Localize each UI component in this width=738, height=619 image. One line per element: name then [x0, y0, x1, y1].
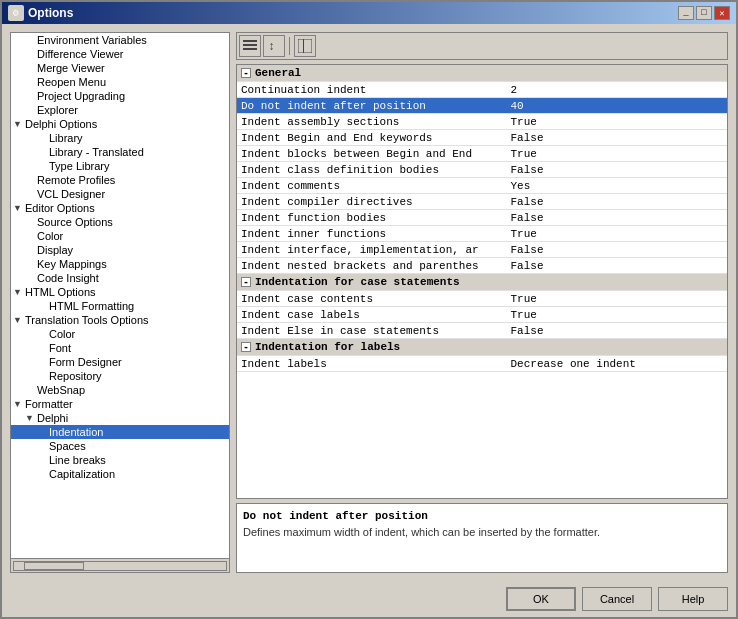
svg-rect-0	[243, 40, 257, 42]
grid-row[interactable]: Indent labels Decrease one indent	[237, 356, 727, 372]
grid-row[interactable]: Indent comments Yes	[237, 178, 727, 194]
property-name: Indent interface, implementation, ar	[237, 242, 507, 258]
tree-item-tt-color[interactable]: Color	[11, 327, 229, 341]
horizontal-scrollbar[interactable]	[11, 558, 229, 572]
tree-item-library-translated[interactable]: Library - Translated	[11, 145, 229, 159]
grid-row[interactable]: Indent Begin and End keywords False	[237, 130, 727, 146]
grid-row[interactable]: Continuation indent 2	[237, 82, 727, 98]
tree-item-indentation[interactable]: Indentation	[11, 425, 229, 439]
property-value: True	[507, 291, 728, 307]
tree-item-library[interactable]: Library	[11, 131, 229, 145]
tree-label: Environment Variables	[37, 34, 227, 46]
tree-expander[interactable]: ▼	[13, 315, 25, 325]
grid-row[interactable]: Indent Else in case statements False	[237, 323, 727, 339]
tree-item-html-formatting[interactable]: HTML Formatting	[11, 299, 229, 313]
tree-label: Difference Viewer	[37, 48, 227, 60]
grid-row[interactable]: Indent case labels True	[237, 307, 727, 323]
tree-label: Color	[49, 328, 227, 340]
tree-item-merge-viewer[interactable]: Merge Viewer	[11, 61, 229, 75]
tree-item-type-library[interactable]: Type Library	[11, 159, 229, 173]
tree-label: Form Designer	[49, 356, 227, 368]
toolbar-btn-list[interactable]	[239, 35, 261, 57]
columns-icon	[298, 39, 312, 53]
property-grid[interactable]: -General Continuation indent 2 Do not in…	[236, 64, 728, 499]
tree-item-delphi-options[interactable]: ▼ Delphi Options	[11, 117, 229, 131]
tree-label: Translation Tools Options	[25, 314, 227, 326]
section-header-cell[interactable]: -Indentation for labels	[237, 339, 727, 356]
grid-row[interactable]: Indent nested brackets and parenthes Fal…	[237, 258, 727, 274]
tree-item-translation-tools[interactable]: ▼ Translation Tools Options	[11, 313, 229, 327]
section-header-general: -General	[237, 65, 727, 82]
help-button[interactable]: Help	[658, 587, 728, 611]
tree-item-websnap[interactable]: WebSnap	[11, 383, 229, 397]
description-title: Do not indent after position	[243, 510, 721, 522]
collapse-icon[interactable]: -	[241, 277, 251, 287]
tree-label: Line breaks	[49, 454, 227, 466]
cancel-button[interactable]: Cancel	[582, 587, 652, 611]
tree-item-repository[interactable]: Repository	[11, 369, 229, 383]
grid-row[interactable]: Indent interface, implementation, ar Fal…	[237, 242, 727, 258]
tree-item-capitalization[interactable]: Capitalization	[11, 467, 229, 481]
tree-expander[interactable]: ▼	[13, 287, 25, 297]
tree-label: Formatter	[25, 398, 227, 410]
section-header-cell[interactable]: -General	[237, 65, 727, 82]
grid-row[interactable]: Indent inner functions True	[237, 226, 727, 242]
tree-item-delphi[interactable]: ▼ Delphi	[11, 411, 229, 425]
tree-expander[interactable]: ▼	[25, 413, 37, 423]
tree-item-vcl-designer[interactable]: VCL Designer	[11, 187, 229, 201]
tree-item-color[interactable]: Color	[11, 229, 229, 243]
property-value: False	[507, 242, 728, 258]
grid-row[interactable]: Indent compiler directives False	[237, 194, 727, 210]
minimize-button[interactable]: _	[678, 6, 694, 20]
grid-row[interactable]: Do not indent after position 40	[237, 98, 727, 114]
grid-row[interactable]: Indent assembly sections True	[237, 114, 727, 130]
tree-item-reopen-menu[interactable]: Reopen Menu	[11, 75, 229, 89]
tree-label: Code Insight	[37, 272, 227, 284]
tree-item-diff-viewer[interactable]: Difference Viewer	[11, 47, 229, 61]
title-bar: ⚙ Options _ □ ✕	[2, 2, 736, 24]
tree-label: Editor Options	[25, 202, 227, 214]
section-header-cell[interactable]: -Indentation for case statements	[237, 274, 727, 291]
tree-expander[interactable]: ▼	[13, 119, 25, 129]
tree-item-project-upgrading[interactable]: Project Upgrading	[11, 89, 229, 103]
tree-item-source-options[interactable]: Source Options	[11, 215, 229, 229]
ok-button[interactable]: OK	[506, 587, 576, 611]
window-title: Options	[28, 6, 73, 20]
tree-item-remote-profiles[interactable]: Remote Profiles	[11, 173, 229, 187]
toolbar: ↕	[236, 32, 728, 60]
grid-row[interactable]: Indent case contents True	[237, 291, 727, 307]
property-value: False	[507, 194, 728, 210]
tree-item-tt-font[interactable]: Font	[11, 341, 229, 355]
tree-label: Spaces	[49, 440, 227, 452]
tree-item-editor-options[interactable]: ▼ Editor Options	[11, 201, 229, 215]
tree-item-key-mappings[interactable]: Key Mappings	[11, 257, 229, 271]
grid-row[interactable]: Indent function bodies False	[237, 210, 727, 226]
tree-item-code-insight[interactable]: Code Insight	[11, 271, 229, 285]
tree-item-spaces[interactable]: Spaces	[11, 439, 229, 453]
toolbar-btn-sort[interactable]: ↕	[263, 35, 285, 57]
toolbar-btn-columns[interactable]	[294, 35, 316, 57]
collapse-icon[interactable]: -	[241, 342, 251, 352]
close-button[interactable]: ✕	[714, 6, 730, 20]
tree-item-form-designer[interactable]: Form Designer	[11, 355, 229, 369]
tree-item-html-options[interactable]: ▼ HTML Options	[11, 285, 229, 299]
tree-item-env-vars[interactable]: Environment Variables	[11, 33, 229, 47]
grid-row[interactable]: Indent blocks between Begin and End True	[237, 146, 727, 162]
tree-item-formatter[interactable]: ▼ Formatter	[11, 397, 229, 411]
grid-row[interactable]: Indent class definition bodies False	[237, 162, 727, 178]
property-value: False	[507, 323, 728, 339]
tree-expander[interactable]: ▼	[13, 399, 25, 409]
tree-label: Repository	[49, 370, 227, 382]
tree-label: Source Options	[37, 216, 227, 228]
tree-item-display[interactable]: Display	[11, 243, 229, 257]
maximize-button[interactable]: □	[696, 6, 712, 20]
svg-text:↕: ↕	[268, 40, 275, 53]
tree-label: Delphi	[37, 412, 227, 424]
tree-scroll[interactable]: Environment Variables Difference Viewer …	[11, 33, 229, 558]
property-value: False	[507, 130, 728, 146]
scrollbar-thumb[interactable]	[24, 562, 84, 570]
tree-item-line-breaks[interactable]: Line breaks	[11, 453, 229, 467]
collapse-icon[interactable]: -	[241, 68, 251, 78]
tree-item-explorer[interactable]: Explorer	[11, 103, 229, 117]
tree-expander[interactable]: ▼	[13, 203, 25, 213]
